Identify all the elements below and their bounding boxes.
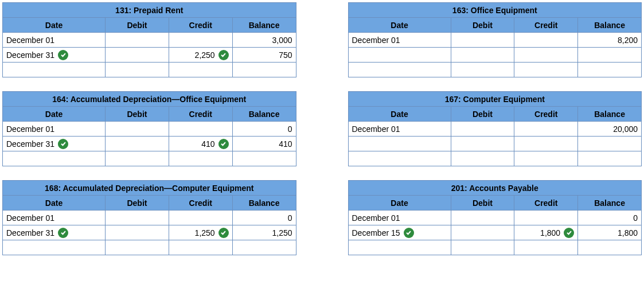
- col-debit: Debit: [451, 107, 514, 122]
- col-credit: Credit: [169, 18, 232, 33]
- cell-date: December 31: [6, 50, 54, 60]
- checkmark-icon: [218, 50, 229, 60]
- cell-date: December 01: [352, 124, 400, 134]
- col-date: Date: [3, 18, 106, 33]
- cell-credit: 410: [201, 139, 214, 149]
- account-title: 131: Prepaid Rent: [3, 3, 296, 18]
- cell-date: December 01: [6, 124, 54, 134]
- checkmark-icon: [404, 228, 414, 238]
- cell-balance: 750: [279, 50, 292, 60]
- checkmark-icon: [58, 228, 68, 238]
- ledger-table: 167: Computer EquipmentDateDebitCreditBa…: [348, 91, 642, 166]
- cell-balance: 20,000: [613, 124, 638, 134]
- ledger-table: 168: Accumulated Depreciation—Computer E…: [2, 180, 296, 255]
- cell-balance: 0: [288, 213, 292, 223]
- cell-date: December 01: [6, 36, 54, 45]
- col-balance: Balance: [578, 18, 642, 33]
- cell-date: December 01: [352, 36, 400, 45]
- col-credit: Credit: [169, 196, 232, 211]
- col-credit: Credit: [514, 107, 578, 122]
- ledger-row: December 31410410: [3, 137, 296, 151]
- ledger-row: December 010: [3, 122, 296, 137]
- cell-balance: 1,800: [618, 228, 638, 237]
- checkmark-icon: [218, 228, 229, 238]
- cell-balance: 0: [288, 124, 292, 134]
- ledger-grid: 131: Prepaid RentDateDebitCreditBalanceD…: [2, 2, 642, 255]
- ledger-row: [3, 63, 296, 77]
- col-credit: Credit: [514, 196, 578, 211]
- cell-balance: 1,250: [272, 228, 292, 237]
- col-debit: Debit: [106, 196, 169, 211]
- ledger-row: [348, 240, 642, 255]
- account-title: 168: Accumulated Depreciation—Computer E…: [3, 181, 296, 196]
- col-debit: Debit: [451, 18, 514, 33]
- account-title: 201: Accounts Payable: [348, 181, 642, 196]
- ledger-row: [348, 151, 642, 166]
- cell-balance: 410: [279, 139, 292, 149]
- cell-credit: 2,250: [195, 50, 215, 60]
- ledger-row: December 151,8001,800: [348, 225, 642, 240]
- account-title: 164: Accumulated Depreciation—Office Equ…: [3, 92, 296, 107]
- cell-date: December 01: [352, 213, 400, 223]
- ledger-row: [348, 63, 642, 77]
- col-date: Date: [3, 196, 106, 211]
- col-debit: Debit: [106, 107, 169, 122]
- ledger-row: [3, 240, 296, 255]
- cell-balance: 0: [633, 213, 638, 223]
- ledger-table: 164: Accumulated Depreciation—Office Equ…: [2, 91, 296, 166]
- ledger-table: 163: Office EquipmentDateDebitCreditBala…: [348, 2, 642, 77]
- col-balance: Balance: [232, 18, 296, 33]
- ledger-row: December 311,2501,250: [3, 225, 296, 240]
- ledger-row: December 312,250750: [3, 48, 296, 63]
- cell-balance: 3,000: [272, 36, 292, 45]
- ledger-row: December 010: [3, 211, 296, 225]
- ledger-row: [3, 151, 296, 166]
- col-credit: Credit: [169, 107, 232, 122]
- ledger-row: December 018,200: [348, 33, 642, 48]
- col-balance: Balance: [232, 196, 296, 211]
- cell-date: December 15: [352, 228, 400, 237]
- cell-credit: 1,800: [540, 228, 560, 237]
- cell-date: December 01: [6, 213, 54, 223]
- ledger-row: [348, 48, 642, 63]
- col-date: Date: [3, 107, 106, 122]
- checkmark-icon: [58, 139, 68, 149]
- cell-date: December 31: [6, 228, 54, 237]
- col-balance: Balance: [578, 196, 642, 211]
- col-balance: Balance: [578, 107, 642, 122]
- col-date: Date: [348, 107, 451, 122]
- cell-balance: 8,200: [618, 36, 638, 45]
- checkmark-icon: [58, 50, 68, 60]
- cell-credit: 1,250: [195, 228, 215, 237]
- col-credit: Credit: [514, 18, 578, 33]
- col-date: Date: [348, 18, 451, 33]
- col-debit: Debit: [106, 18, 169, 33]
- ledger-row: December 013,000: [3, 33, 296, 48]
- checkmark-icon: [564, 228, 574, 238]
- col-balance: Balance: [232, 107, 296, 122]
- checkmark-icon: [218, 139, 229, 149]
- ledger-row: [348, 137, 642, 151]
- ledger-row: December 0120,000: [348, 122, 642, 137]
- col-debit: Debit: [451, 196, 514, 211]
- account-title: 163: Office Equipment: [348, 3, 642, 18]
- account-title: 167: Computer Equipment: [348, 92, 642, 107]
- col-date: Date: [348, 196, 451, 211]
- ledger-table: 131: Prepaid RentDateDebitCreditBalanceD…: [2, 2, 296, 77]
- ledger-table: 201: Accounts PayableDateDebitCreditBala…: [348, 180, 642, 255]
- ledger-row: December 010: [348, 211, 642, 225]
- cell-date: December 31: [6, 139, 54, 149]
